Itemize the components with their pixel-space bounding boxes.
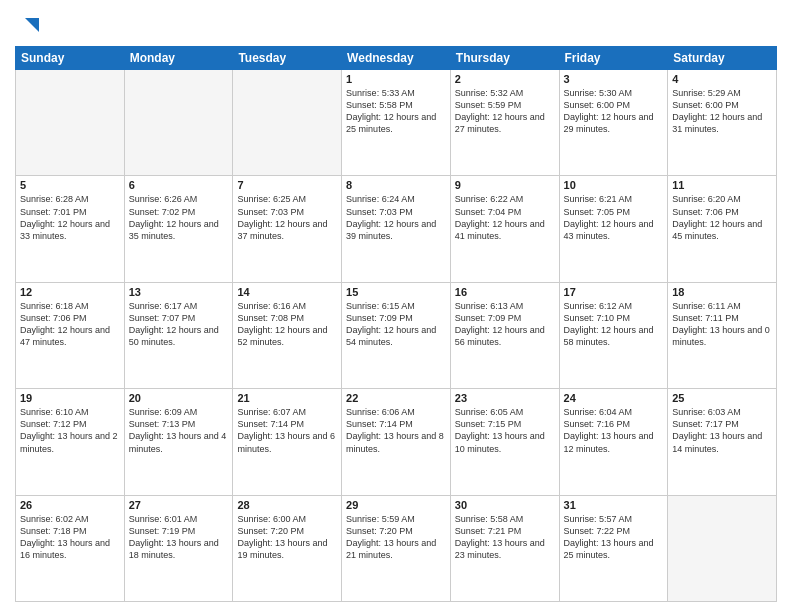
calendar-cell: 19 Sunrise: 6:10 AMSunset: 7:12 PMDaylig… bbox=[16, 389, 125, 495]
day-number: 6 bbox=[129, 179, 229, 191]
day-number: 29 bbox=[346, 499, 446, 511]
calendar-cell: 1 Sunrise: 5:33 AMSunset: 5:58 PMDayligh… bbox=[342, 70, 451, 176]
day-info: Sunrise: 6:09 AMSunset: 7:13 PMDaylight:… bbox=[129, 406, 229, 455]
day-info: Sunrise: 6:05 AMSunset: 7:15 PMDaylight:… bbox=[455, 406, 555, 455]
calendar-cell: 8 Sunrise: 6:24 AMSunset: 7:03 PMDayligh… bbox=[342, 176, 451, 282]
day-info: Sunrise: 6:01 AMSunset: 7:19 PMDaylight:… bbox=[129, 513, 229, 562]
day-number: 10 bbox=[564, 179, 664, 191]
calendar-cell: 18 Sunrise: 6:11 AMSunset: 7:11 PMDaylig… bbox=[668, 282, 777, 388]
calendar-cell: 21 Sunrise: 6:07 AMSunset: 7:14 PMDaylig… bbox=[233, 389, 342, 495]
weekday-friday: Friday bbox=[559, 47, 668, 70]
day-info: Sunrise: 6:00 AMSunset: 7:20 PMDaylight:… bbox=[237, 513, 337, 562]
calendar-cell: 27 Sunrise: 6:01 AMSunset: 7:19 PMDaylig… bbox=[124, 495, 233, 601]
calendar-cell: 22 Sunrise: 6:06 AMSunset: 7:14 PMDaylig… bbox=[342, 389, 451, 495]
day-number: 30 bbox=[455, 499, 555, 511]
calendar-cell: 6 Sunrise: 6:26 AMSunset: 7:02 PMDayligh… bbox=[124, 176, 233, 282]
day-number: 3 bbox=[564, 73, 664, 85]
svg-marker-0 bbox=[25, 18, 39, 32]
calendar-cell: 20 Sunrise: 6:09 AMSunset: 7:13 PMDaylig… bbox=[124, 389, 233, 495]
calendar-cell bbox=[668, 495, 777, 601]
day-info: Sunrise: 6:16 AMSunset: 7:08 PMDaylight:… bbox=[237, 300, 337, 349]
day-info: Sunrise: 6:06 AMSunset: 7:14 PMDaylight:… bbox=[346, 406, 446, 455]
day-info: Sunrise: 6:21 AMSunset: 7:05 PMDaylight:… bbox=[564, 193, 664, 242]
day-info: Sunrise: 6:25 AMSunset: 7:03 PMDaylight:… bbox=[237, 193, 337, 242]
weekday-header-row: SundayMondayTuesdayWednesdayThursdayFrid… bbox=[16, 47, 777, 70]
week-row-3: 19 Sunrise: 6:10 AMSunset: 7:12 PMDaylig… bbox=[16, 389, 777, 495]
week-row-4: 26 Sunrise: 6:02 AMSunset: 7:18 PMDaylig… bbox=[16, 495, 777, 601]
day-info: Sunrise: 5:32 AMSunset: 5:59 PMDaylight:… bbox=[455, 87, 555, 136]
day-info: Sunrise: 6:15 AMSunset: 7:09 PMDaylight:… bbox=[346, 300, 446, 349]
day-number: 26 bbox=[20, 499, 120, 511]
calendar-cell: 13 Sunrise: 6:17 AMSunset: 7:07 PMDaylig… bbox=[124, 282, 233, 388]
calendar-cell: 28 Sunrise: 6:00 AMSunset: 7:20 PMDaylig… bbox=[233, 495, 342, 601]
header bbox=[15, 10, 777, 40]
day-number: 12 bbox=[20, 286, 120, 298]
day-info: Sunrise: 6:26 AMSunset: 7:02 PMDaylight:… bbox=[129, 193, 229, 242]
weekday-tuesday: Tuesday bbox=[233, 47, 342, 70]
day-info: Sunrise: 6:02 AMSunset: 7:18 PMDaylight:… bbox=[20, 513, 120, 562]
day-info: Sunrise: 6:24 AMSunset: 7:03 PMDaylight:… bbox=[346, 193, 446, 242]
weekday-thursday: Thursday bbox=[450, 47, 559, 70]
day-number: 13 bbox=[129, 286, 229, 298]
day-info: Sunrise: 6:13 AMSunset: 7:09 PMDaylight:… bbox=[455, 300, 555, 349]
calendar-cell: 5 Sunrise: 6:28 AMSunset: 7:01 PMDayligh… bbox=[16, 176, 125, 282]
day-info: Sunrise: 6:10 AMSunset: 7:12 PMDaylight:… bbox=[20, 406, 120, 455]
day-info: Sunrise: 5:33 AMSunset: 5:58 PMDaylight:… bbox=[346, 87, 446, 136]
calendar-cell: 2 Sunrise: 5:32 AMSunset: 5:59 PMDayligh… bbox=[450, 70, 559, 176]
day-info: Sunrise: 6:03 AMSunset: 7:17 PMDaylight:… bbox=[672, 406, 772, 455]
day-number: 16 bbox=[455, 286, 555, 298]
day-number: 8 bbox=[346, 179, 446, 191]
calendar-cell: 23 Sunrise: 6:05 AMSunset: 7:15 PMDaylig… bbox=[450, 389, 559, 495]
day-info: Sunrise: 6:22 AMSunset: 7:04 PMDaylight:… bbox=[455, 193, 555, 242]
day-number: 28 bbox=[237, 499, 337, 511]
day-number: 2 bbox=[455, 73, 555, 85]
day-number: 17 bbox=[564, 286, 664, 298]
calendar-cell: 9 Sunrise: 6:22 AMSunset: 7:04 PMDayligh… bbox=[450, 176, 559, 282]
day-info: Sunrise: 5:29 AMSunset: 6:00 PMDaylight:… bbox=[672, 87, 772, 136]
calendar-cell: 17 Sunrise: 6:12 AMSunset: 7:10 PMDaylig… bbox=[559, 282, 668, 388]
calendar-cell: 31 Sunrise: 5:57 AMSunset: 7:22 PMDaylig… bbox=[559, 495, 668, 601]
day-number: 5 bbox=[20, 179, 120, 191]
day-number: 18 bbox=[672, 286, 772, 298]
day-number: 7 bbox=[237, 179, 337, 191]
calendar-cell: 14 Sunrise: 6:16 AMSunset: 7:08 PMDaylig… bbox=[233, 282, 342, 388]
calendar-cell bbox=[233, 70, 342, 176]
calendar-cell: 10 Sunrise: 6:21 AMSunset: 7:05 PMDaylig… bbox=[559, 176, 668, 282]
day-number: 9 bbox=[455, 179, 555, 191]
day-number: 15 bbox=[346, 286, 446, 298]
day-number: 27 bbox=[129, 499, 229, 511]
weekday-monday: Monday bbox=[124, 47, 233, 70]
day-number: 24 bbox=[564, 392, 664, 404]
day-info: Sunrise: 6:28 AMSunset: 7:01 PMDaylight:… bbox=[20, 193, 120, 242]
day-number: 4 bbox=[672, 73, 772, 85]
day-number: 20 bbox=[129, 392, 229, 404]
week-row-2: 12 Sunrise: 6:18 AMSunset: 7:06 PMDaylig… bbox=[16, 282, 777, 388]
day-number: 31 bbox=[564, 499, 664, 511]
calendar-table: SundayMondayTuesdayWednesdayThursdayFrid… bbox=[15, 46, 777, 602]
day-info: Sunrise: 5:30 AMSunset: 6:00 PMDaylight:… bbox=[564, 87, 664, 136]
calendar-cell bbox=[124, 70, 233, 176]
calendar-cell: 25 Sunrise: 6:03 AMSunset: 7:17 PMDaylig… bbox=[668, 389, 777, 495]
page: SundayMondayTuesdayWednesdayThursdayFrid… bbox=[0, 0, 792, 612]
calendar-cell: 15 Sunrise: 6:15 AMSunset: 7:09 PMDaylig… bbox=[342, 282, 451, 388]
calendar-cell: 4 Sunrise: 5:29 AMSunset: 6:00 PMDayligh… bbox=[668, 70, 777, 176]
calendar-cell: 11 Sunrise: 6:20 AMSunset: 7:06 PMDaylig… bbox=[668, 176, 777, 282]
calendar-cell: 24 Sunrise: 6:04 AMSunset: 7:16 PMDaylig… bbox=[559, 389, 668, 495]
day-info: Sunrise: 6:04 AMSunset: 7:16 PMDaylight:… bbox=[564, 406, 664, 455]
day-number: 1 bbox=[346, 73, 446, 85]
day-number: 22 bbox=[346, 392, 446, 404]
logo bbox=[15, 14, 39, 40]
calendar-cell: 16 Sunrise: 6:13 AMSunset: 7:09 PMDaylig… bbox=[450, 282, 559, 388]
calendar-cell: 30 Sunrise: 5:58 AMSunset: 7:21 PMDaylig… bbox=[450, 495, 559, 601]
day-info: Sunrise: 5:57 AMSunset: 7:22 PMDaylight:… bbox=[564, 513, 664, 562]
calendar-cell: 26 Sunrise: 6:02 AMSunset: 7:18 PMDaylig… bbox=[16, 495, 125, 601]
week-row-0: 1 Sunrise: 5:33 AMSunset: 5:58 PMDayligh… bbox=[16, 70, 777, 176]
day-number: 25 bbox=[672, 392, 772, 404]
logo-icon bbox=[17, 14, 39, 36]
day-info: Sunrise: 6:18 AMSunset: 7:06 PMDaylight:… bbox=[20, 300, 120, 349]
day-info: Sunrise: 5:58 AMSunset: 7:21 PMDaylight:… bbox=[455, 513, 555, 562]
day-info: Sunrise: 5:59 AMSunset: 7:20 PMDaylight:… bbox=[346, 513, 446, 562]
day-info: Sunrise: 6:07 AMSunset: 7:14 PMDaylight:… bbox=[237, 406, 337, 455]
calendar-cell: 12 Sunrise: 6:18 AMSunset: 7:06 PMDaylig… bbox=[16, 282, 125, 388]
day-info: Sunrise: 6:11 AMSunset: 7:11 PMDaylight:… bbox=[672, 300, 772, 349]
